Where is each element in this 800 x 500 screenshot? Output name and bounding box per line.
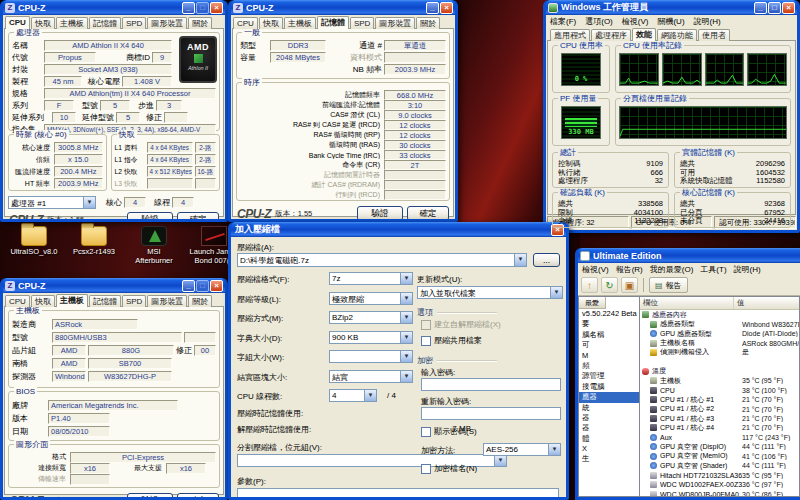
nav-tree-item[interactable]: M (579, 351, 639, 361)
close-button[interactable]: × (210, 280, 223, 292)
sensor-row[interactable]: 感應器類型 Winbond W83627DHG (640, 319, 799, 328)
compression-method-combo[interactable]: BZip2▼ (329, 311, 413, 324)
show-password-checkbox[interactable]: 顯示密碼(S) (421, 426, 477, 437)
tab[interactable]: 關於 (188, 295, 212, 307)
sensor-row[interactable]: GPU 感應器類型 Diode (ATI-Diode) (640, 329, 799, 338)
nav-tree-item[interactable]: 腦名稱 (579, 330, 639, 340)
column-value[interactable]: 值 (734, 297, 799, 309)
minimize-button[interactable]: _ (182, 2, 195, 14)
nav-tree-item[interactable]: 器 (579, 413, 639, 423)
tab[interactable]: 記憶體 (89, 295, 121, 307)
nav-tree-item[interactable]: 接電腦 (579, 382, 639, 392)
desktop-icon[interactable]: MSI Afterburner (128, 226, 180, 265)
maximize-button[interactable]: □ (196, 280, 209, 292)
menu-item[interactable]: 檢視(V) (622, 16, 649, 27)
nav-tree-item[interactable]: 器 (579, 423, 639, 433)
titlebar[interactable]: Z CPU-Z _ × (231, 0, 455, 15)
tab[interactable]: 關於 (188, 17, 212, 29)
tab[interactable]: 圖形裝置 (375, 17, 415, 29)
nav-tree-item[interactable]: X (579, 444, 639, 454)
desktop-icon[interactable]: Pcsx2-r1493 (68, 226, 120, 265)
titlebar[interactable]: Z CPU-Z _ □ × (3, 278, 225, 293)
validate-button[interactable]: 驗證 (127, 212, 173, 219)
tab[interactable]: SPD (122, 295, 146, 307)
word-size-combo[interactable]: ▼ (329, 350, 413, 363)
sensor-row[interactable]: 主機板名稱 ASRock 880GMH/USB3 (640, 338, 799, 347)
tab[interactable]: 主機板 (284, 17, 316, 29)
ok-button[interactable]: 確定 (177, 493, 219, 497)
close-button[interactable]: × (782, 2, 795, 14)
tab[interactable]: CPU (5, 16, 30, 29)
sensor-row[interactable]: WDC WD800JB-00FMA0 30 °C (86 °F) (640, 489, 799, 497)
list-header[interactable]: 欄位 值 (640, 297, 799, 310)
favorites-tab[interactable]: 最愛 (579, 297, 606, 309)
titlebar[interactable]: Ultimate Edition (578, 248, 800, 263)
create-sfx-checkbox[interactable]: 建立自解壓縮檔(X) (421, 319, 501, 330)
tab[interactable]: 應用程式 (550, 29, 590, 41)
sensor-row[interactable]: CPU #1 / 核心 #1 21 °C (70 °F) (640, 395, 799, 404)
sensor-row[interactable]: GPU 真空管 (DispIO) 44 °C (111 °F) (640, 442, 799, 451)
compression-level-combo[interactable]: 極致壓縮▼ (329, 292, 413, 305)
ok-button[interactable]: 確定 (407, 206, 449, 219)
sensor-row[interactable]: CPU 38 °C (100 °F) (640, 386, 799, 395)
password-confirm-input[interactable] (421, 407, 561, 420)
tab[interactable]: 快取 (259, 17, 283, 29)
close-button[interactable]: × (440, 2, 453, 14)
tab[interactable]: 關於 (416, 17, 440, 29)
menu-item[interactable]: 我的最愛(O) (650, 264, 694, 275)
menu-item[interactable]: 工具(T) (700, 264, 726, 275)
column-field[interactable]: 欄位 (640, 297, 734, 309)
sensor-row[interactable]: 感應器內容 (640, 310, 799, 319)
nav-tree-item[interactable]: 統 (579, 403, 639, 413)
sensor-row[interactable]: Hitachi HDT721032SLA360 35 °C (95 °F) (640, 470, 799, 479)
menu-item[interactable]: 關機(U) (657, 16, 684, 27)
maximize-button[interactable]: □ (196, 2, 209, 14)
menu-item[interactable]: 檔案(F) (550, 16, 576, 27)
dictionary-size-combo[interactable]: 900 KB▼ (329, 331, 413, 344)
compress-shared-checkbox[interactable]: 壓縮共用檔案 (421, 335, 482, 346)
nav-tree-item[interactable]: 應器 (579, 392, 639, 402)
titlebar[interactable]: Windows 工作管理員 _ □ × (546, 0, 797, 15)
desktop-icon[interactable]: UltraISO_v8.0 (8, 226, 60, 265)
menu-item[interactable]: 說明(H) (694, 16, 721, 27)
sensor-row[interactable]: 主機板 35 °C (95 °F) (640, 376, 799, 385)
tab[interactable]: 記憶體 (89, 17, 121, 29)
parameters-input[interactable] (237, 488, 559, 497)
nav-tree-item[interactable]: v5.50.2242 Beta (579, 309, 639, 319)
sensor-row[interactable]: 偵測到機箱侵入 是 (640, 348, 799, 357)
password-input[interactable] (421, 378, 561, 391)
tab[interactable]: 圖形裝置 (147, 295, 187, 307)
tab[interactable]: 網路功能 (657, 29, 697, 41)
tab[interactable]: 主機板 (56, 294, 88, 307)
tab[interactable]: 記憶體 (317, 16, 349, 29)
menu-item[interactable]: 報告(R) (616, 264, 643, 275)
encryption-method-combo[interactable]: AES-256▼ (483, 443, 561, 456)
processor-select[interactable]: 處理器 #1▼ (8, 196, 96, 209)
tab[interactable]: 主機板 (56, 17, 88, 29)
sensor-row[interactable]: CPU #1 / 核心 #3 21 °C (70 °F) (640, 414, 799, 423)
nav-tree-item[interactable]: 生 (579, 454, 639, 464)
toolbar-users-icon[interactable]: ▣ (621, 277, 638, 293)
menu-item[interactable]: 檢視(V) (582, 264, 609, 275)
tab[interactable]: 快取 (31, 295, 55, 307)
menu-item[interactable]: 說明(H) (734, 264, 761, 275)
nav-tree-item[interactable]: 頻 (579, 361, 639, 371)
validate-button[interactable]: 驗證 (357, 206, 403, 219)
toolbar-refresh-icon[interactable]: ↻ (601, 277, 618, 293)
sensor-row[interactable]: CPU #1 / 核心 #4 21 °C (70 °F) (640, 423, 799, 432)
tab[interactable]: SPD (122, 17, 146, 29)
sensor-row[interactable]: 溫度 (640, 367, 799, 376)
minimize-button[interactable]: _ (426, 2, 439, 14)
archive-name-combo[interactable]: D:\科學超電磁砲.7z▼ (237, 253, 527, 267)
cpu-threads-combo[interactable]: 4▼ (329, 389, 377, 402)
archive-format-combo[interactable]: 7z▼ (329, 272, 413, 285)
tab[interactable]: 圖形裝置 (147, 17, 187, 29)
titlebar[interactable]: Z CPU-Z _ □ × (3, 0, 225, 15)
nav-tree-item[interactable]: 體 (579, 434, 639, 444)
minimize-button[interactable]: _ (182, 280, 195, 292)
menu-item[interactable]: 選項(O) (585, 16, 613, 27)
nav-tree-item[interactable]: 可 (579, 340, 639, 350)
tab[interactable]: CPU (233, 17, 258, 29)
tab[interactable]: SPD (350, 17, 374, 29)
sensor-row[interactable]: Aux 117 °C (243 °F) (640, 433, 799, 442)
